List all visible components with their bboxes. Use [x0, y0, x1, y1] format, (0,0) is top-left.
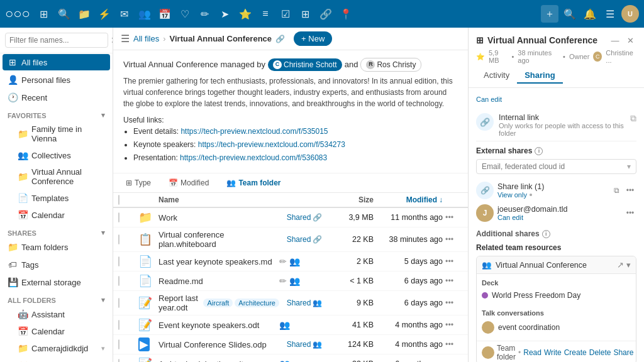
- create-perm[interactable]: Create: [564, 348, 587, 357]
- file-name[interactable]: Virtual Conference Slides.odp: [158, 340, 267, 349]
- sidebar-item-personal[interactable]: 👤 Personal files: [3, 72, 110, 88]
- row-actions-button[interactable]: •••: [443, 212, 456, 223]
- row-checkbox[interactable]: [118, 234, 119, 244]
- star-icon[interactable]: ⭐: [476, 53, 485, 61]
- tag-aircraft[interactable]: Aircraft: [203, 299, 233, 307]
- shares-toggle[interactable]: ▾: [101, 229, 105, 237]
- sidebar-item-collectives[interactable]: 👥 Collectives: [13, 147, 110, 163]
- panel-close-button[interactable]: ✕: [624, 34, 636, 47]
- row-checkbox[interactable]: [118, 298, 119, 308]
- nav-icon-4[interactable]: ✉: [116, 5, 133, 23]
- open-external-icon[interactable]: ↗: [617, 260, 624, 270]
- row-actions-button[interactable]: •••: [443, 358, 456, 362]
- sidebar-item-calendar[interactable]: 📅 Calendar: [13, 207, 110, 223]
- favorites-toggle[interactable]: ▾: [101, 111, 105, 119]
- sort-by-name[interactable]: Name: [158, 195, 279, 204]
- nav-icon-9[interactable]: ➤: [216, 5, 234, 23]
- user-share-options-button[interactable]: •••: [624, 207, 636, 219]
- grid-icon[interactable]: ⊞: [35, 5, 53, 23]
- breadcrumb-link-icon[interactable]: 🔗: [275, 35, 285, 43]
- breadcrumb-root[interactable]: All files: [133, 34, 159, 43]
- row-checkbox[interactable]: [118, 276, 119, 286]
- sidebar-item-assistant[interactable]: 🤖 Assistant: [13, 306, 110, 322]
- sidebar-item-external[interactable]: 💾 External storage: [3, 274, 110, 290]
- copy-link-button[interactable]: ⧉: [630, 113, 636, 124]
- notification-icon[interactable]: 🔔: [581, 5, 599, 23]
- sidebar-item-recent[interactable]: 🕐 Recent: [3, 89, 110, 106]
- people-button[interactable]: 👥 Team folder: [221, 176, 286, 190]
- user-badge-2[interactable]: R Ros Christy: [360, 58, 421, 72]
- tab-activity[interactable]: Activity: [476, 68, 517, 84]
- user-avatar[interactable]: U: [621, 5, 639, 23]
- tag-architecture[interactable]: Architecture: [235, 299, 279, 307]
- add-icon[interactable]: ＋: [541, 5, 558, 23]
- can-edit-link[interactable]: Can edit: [476, 94, 502, 104]
- tab-sharing[interactable]: Sharing: [517, 68, 562, 84]
- user-badge-1[interactable]: C Christine Schott: [268, 58, 342, 71]
- file-name[interactable]: A virtual celebration.odt: [158, 359, 243, 363]
- file-name[interactable]: Work: [158, 213, 177, 222]
- type-button[interactable]: ⊞ Type: [121, 176, 156, 190]
- row-actions-button[interactable]: •••: [443, 256, 456, 267]
- presentation-link[interactable]: https://tech-preview.nextcloud.com/f/536…: [180, 153, 327, 162]
- file-name[interactable]: Event keynote speakers.odt: [158, 321, 259, 330]
- hamburger-icon[interactable]: ☰: [121, 33, 130, 45]
- nav-icon-15[interactable]: 📍: [337, 5, 355, 23]
- nav-icon-10[interactable]: ⭐: [236, 5, 254, 23]
- nav-icon-5[interactable]: 👥: [136, 5, 153, 23]
- search-input[interactable]: [5, 33, 108, 48]
- file-name[interactable]: Report last year.odt: [158, 293, 201, 312]
- sidebar-item-family[interactable]: 📁 Family time in Vienna: [13, 121, 110, 146]
- nav-icon-8[interactable]: ✏: [196, 5, 214, 23]
- additional-shares-info[interactable]: i: [542, 230, 550, 238]
- write-perm[interactable]: Write: [544, 348, 562, 357]
- row-actions-button[interactable]: •••: [443, 275, 456, 287]
- copy-share-link-button[interactable]: ⧉: [610, 184, 623, 197]
- row-actions-button[interactable]: •••: [443, 319, 456, 331]
- nav-icon-6[interactable]: 📅: [156, 5, 174, 23]
- sidebar-item-tags[interactable]: 🏷 Tags: [3, 256, 110, 273]
- nav-icon-1[interactable]: 🔍: [55, 5, 73, 23]
- nav-icon-13[interactable]: ⊞: [297, 5, 314, 23]
- sidebar-item-team-folders[interactable]: 📁 Team folders: [3, 239, 110, 255]
- sidebar-item-cameraj[interactable]: 📁 Camerajdidkdjd ▾: [13, 340, 110, 356]
- sidebar-item-templates[interactable]: 📄 Templates: [13, 190, 110, 206]
- sidebar-item-vac[interactable]: 📁 Virtual Annual Conference: [13, 164, 110, 189]
- row-checkbox[interactable]: [118, 359, 119, 362]
- select-all-checkbox[interactable]: [118, 195, 119, 205]
- all-folders-toggle[interactable]: ▾: [101, 296, 105, 304]
- modified-button[interactable]: 📅 Modified: [164, 176, 214, 190]
- row-checkbox[interactable]: [118, 256, 119, 266]
- collapse-icon[interactable]: ▾: [626, 260, 631, 270]
- sort-by-size[interactable]: Size: [330, 195, 374, 204]
- new-button[interactable]: + New: [294, 31, 332, 46]
- nav-icon-7[interactable]: ♡: [176, 5, 194, 23]
- nav-icon-11[interactable]: ≡: [257, 5, 274, 23]
- delete-perm[interactable]: Delete: [589, 348, 611, 357]
- sidebar-item-calendar2[interactable]: 📅 Calendar: [13, 323, 110, 339]
- nav-icon-12[interactable]: ☑: [277, 5, 294, 23]
- sidebar-item-all-files[interactable]: ⊞ All files: [3, 54, 110, 70]
- file-name[interactable]: Virtual conference plan.whiteboard: [158, 230, 279, 249]
- search-icon[interactable]: 🔍: [561, 5, 579, 23]
- menu-icon[interactable]: ☰: [601, 5, 619, 23]
- row-actions-button[interactable]: •••: [443, 234, 456, 245]
- read-perm[interactable]: Read: [523, 348, 541, 357]
- email-input[interactable]: [482, 162, 627, 171]
- share-perm[interactable]: Share: [613, 348, 633, 357]
- panel-minimize-button[interactable]: —: [609, 34, 621, 47]
- row-actions-button[interactable]: •••: [443, 297, 456, 309]
- row-checkbox[interactable]: [118, 339, 119, 349]
- sidebar-item-change[interactable]: 📁 Change-Prozess ▾: [13, 357, 110, 362]
- sort-by-modified[interactable]: Modified ↓: [374, 195, 443, 204]
- nav-icon-3[interactable]: ⚡: [96, 5, 113, 23]
- row-checkbox[interactable]: [118, 212, 119, 222]
- external-shares-info[interactable]: i: [535, 147, 543, 155]
- nav-icon-2[interactable]: 📁: [75, 5, 93, 23]
- row-actions-button[interactable]: •••: [443, 339, 456, 350]
- share-link-options-button[interactable]: •••: [624, 184, 636, 197]
- keynote-link[interactable]: https://tech-preview.nextcloud.com/f/534…: [198, 140, 345, 149]
- event-details-link[interactable]: https://tech-preview.nextcloud.com/f/535…: [180, 127, 328, 136]
- row-checkbox[interactable]: [118, 320, 119, 330]
- dropdown-chevron[interactable]: ▾: [627, 162, 631, 171]
